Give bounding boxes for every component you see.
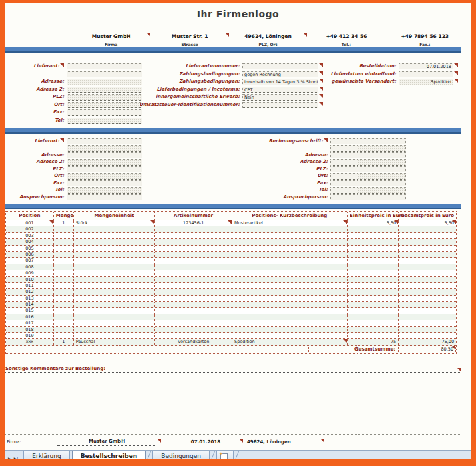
form-field[interactable] [67, 138, 142, 144]
form-field[interactable]: Spedition [399, 79, 453, 85]
form-field[interactable] [330, 173, 406, 179]
items-table-cell[interactable] [74, 239, 156, 244]
form-field[interactable] [330, 145, 406, 151]
items-table-cell[interactable] [155, 264, 232, 270]
items-table-cell[interactable] [54, 233, 74, 238]
items-table-cell[interactable] [74, 320, 156, 326]
items-table-cell[interactable] [74, 277, 156, 282]
form-field[interactable]: CPT [242, 87, 318, 93]
items-table-cell[interactable]: 75,00 [399, 339, 456, 344]
items-table-cell[interactable] [232, 302, 348, 307]
items-table-cell[interactable] [54, 258, 74, 263]
items-table-cell[interactable]: 015 [6, 308, 54, 313]
items-table-cell[interactable] [54, 226, 74, 232]
items-table-cell[interactable] [399, 283, 456, 288]
items-table-cell[interactable] [399, 308, 456, 313]
items-table-cell[interactable] [54, 239, 74, 244]
items-table-cell[interactable]: 019 [6, 333, 54, 338]
items-table-cell[interactable] [232, 226, 348, 232]
items-table-cell[interactable]: 1 [54, 339, 74, 344]
items-table-cell[interactable]: 1 [54, 220, 74, 226]
form-field[interactable] [67, 159, 142, 165]
items-table-cell[interactable] [54, 302, 74, 307]
form-field[interactable] [67, 187, 142, 193]
items-table-cell[interactable]: 009 [6, 270, 54, 276]
company-header-value[interactable]: Muster Str. 1 [150, 33, 228, 41]
items-table-cell[interactable] [348, 327, 399, 332]
footer-date-field[interactable]: 07.01.2018 [176, 439, 236, 445]
form-field[interactable]: 07.01.2018 [399, 63, 453, 69]
items-table-cell[interactable] [232, 308, 348, 313]
items-table-cell[interactable] [155, 283, 232, 288]
items-table-cell[interactable] [232, 246, 348, 251]
items-table-cell[interactable] [399, 277, 456, 282]
tab-scroll-arrow-icon[interactable]: ▶| [14, 456, 19, 459]
items-table-cell[interactable] [399, 233, 456, 238]
form-field[interactable] [330, 180, 406, 186]
items-table-cell[interactable] [399, 289, 456, 294]
items-table-cell[interactable] [54, 277, 74, 282]
tab-scroll-arrow-icon[interactable]: ▶ [8, 456, 11, 459]
items-table-cell[interactable] [232, 327, 348, 332]
items-table-cell[interactable] [74, 270, 156, 276]
items-table-cell[interactable] [54, 246, 74, 251]
items-table-cell[interactable] [74, 314, 156, 320]
items-table-cell[interactable] [348, 289, 399, 294]
form-field[interactable] [67, 166, 142, 172]
items-table-cell[interactable] [399, 327, 456, 332]
items-table-cell[interactable] [155, 314, 232, 320]
items-table-cell[interactable] [399, 333, 456, 338]
items-table-cell[interactable] [54, 327, 74, 332]
items-table-cell[interactable] [232, 283, 348, 288]
footer-city-field[interactable]: 49624, Löningen [247, 439, 291, 445]
items-table-cell[interactable]: 007 [6, 258, 54, 263]
items-table-cell[interactable] [348, 296, 399, 301]
total-value-cell[interactable]: 80,50 [399, 346, 456, 353]
company-header-value[interactable]: Muster GmbH [72, 33, 150, 41]
items-table-cell[interactable] [348, 270, 399, 276]
items-table-cell[interactable] [232, 258, 348, 263]
form-field[interactable] [242, 63, 318, 69]
form-field[interactable] [242, 102, 318, 108]
items-table-cell[interactable] [54, 296, 74, 301]
items-table-cell[interactable]: 003 [6, 233, 54, 238]
items-table-cell[interactable] [348, 308, 399, 313]
items-table-cell[interactable]: 016 [6, 314, 54, 320]
items-table-cell[interactable] [54, 270, 74, 276]
company-header-value[interactable]: 49624, Löningen [229, 33, 307, 41]
items-table-cell[interactable] [54, 264, 74, 270]
items-table-cell[interactable] [399, 302, 456, 307]
items-table-cell[interactable] [54, 308, 74, 313]
items-table-cell[interactable]: 018 [6, 327, 54, 332]
company-header-value[interactable]: +49 412 34 56 [307, 33, 385, 41]
items-table-cell[interactable] [155, 302, 232, 307]
sheet-tab-bedingungen[interactable]: Bedingungen [152, 451, 210, 459]
items-table-cell[interactable] [232, 277, 348, 282]
items-table-cell[interactable] [54, 314, 74, 320]
items-table-cell[interactable]: 013 [6, 296, 54, 301]
items-table-cell[interactable] [232, 320, 348, 326]
items-table-cell[interactable]: 008 [6, 264, 54, 270]
items-table-cell[interactable] [232, 233, 348, 238]
items-table-cell[interactable] [232, 296, 348, 301]
items-table-cell[interactable] [232, 239, 348, 244]
items-table-cell[interactable] [155, 233, 232, 238]
items-table-cell[interactable] [74, 327, 156, 332]
form-field[interactable] [67, 152, 142, 158]
items-table-cell[interactable] [399, 264, 456, 270]
items-table-cell[interactable] [348, 233, 399, 238]
items-table-cell[interactable] [399, 320, 456, 326]
form-field[interactable]: innerhalb von 14 Tagen 3 % Skonto [242, 79, 318, 85]
items-table-cell[interactable]: 011 [6, 283, 54, 288]
items-table-cell[interactable]: 010 [6, 277, 54, 282]
items-table-cell[interactable] [348, 264, 399, 270]
items-table-cell[interactable] [74, 246, 156, 251]
items-table-cell[interactable]: 012 [6, 289, 54, 294]
items-table-cell[interactable] [399, 258, 456, 263]
form-field[interactable] [330, 166, 406, 172]
form-field[interactable] [67, 145, 142, 151]
items-table-cell[interactable] [155, 246, 232, 251]
items-table-cell[interactable] [155, 226, 232, 232]
items-table-cell[interactable] [74, 308, 156, 313]
items-table-cell[interactable] [54, 252, 74, 257]
